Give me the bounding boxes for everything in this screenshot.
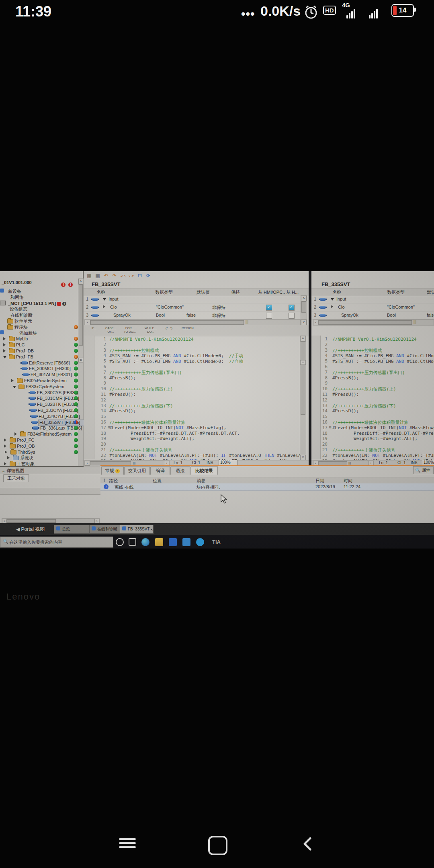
scroll-left-icon[interactable]: ‹ <box>313 320 319 325</box>
tree-item-fb_336laux-fb336-[interactable]: FB_336Laux [FB336] <box>0 425 83 431</box>
tia-taskbar-icon[interactable]: TIA <box>212 539 221 545</box>
tree-item--[interactable]: 设备组态 <box>0 306 83 312</box>
scroll-left-icon[interactable]: ‹ <box>85 461 90 466</box>
tree-item-proj_db[interactable]: ProJ_DB <box>0 348 83 354</box>
chevron-right-icon[interactable] <box>3 343 6 346</box>
store-icon[interactable] <box>169 538 177 546</box>
edge-icon[interactable] <box>141 538 149 546</box>
scroll-down-icon[interactable]: ˅ <box>300 455 306 461</box>
tree-item--[interactable]: 软件单元 <box>0 318 83 324</box>
task-button-0[interactable]: 总览 <box>54 525 91 534</box>
column-header-0[interactable]: 名称 <box>332 289 341 295</box>
chevron-right-icon[interactable] <box>3 349 6 352</box>
cortana-icon[interactable] <box>116 538 124 546</box>
hmi-h-checkbox[interactable] <box>289 305 295 311</box>
split-divider[interactable] <box>309 271 311 466</box>
chevron-right-icon[interactable] <box>331 305 333 308</box>
back-icon[interactable]: ⤺ <box>120 272 126 279</box>
tree-item-proj_ob[interactable]: ProJ_OB <box>0 443 83 449</box>
tree-item-fb_301alm-fb301-[interactable]: FB_301ALM [FB301] <box>0 372 83 378</box>
twitter-icon[interactable] <box>196 538 204 546</box>
tab-比较结果[interactable]: 比较结果 <box>190 466 218 475</box>
var-datatype[interactable]: "CioCommon" <box>156 305 184 309</box>
redo-icon[interactable]: ↷ <box>111 272 118 279</box>
file-explorer-icon[interactable] <box>155 538 163 546</box>
column-header-5[interactable]: 从 H... <box>286 289 299 295</box>
tree-item--[interactable]: 新设备 <box>0 289 83 295</box>
tree-item-_mct-cpu-1513-1-pn-[interactable]: _MCT [CPU 1513-1 PN]? <box>0 301 83 307</box>
chevron-down-icon[interactable] <box>13 386 16 388</box>
chevron-right-icon[interactable] <box>4 462 6 465</box>
scroll-left-icon[interactable]: ‹ <box>2 519 7 523</box>
insert-row-icon[interactable]: ▦ <box>86 272 92 279</box>
tree-item-fb_333cya-fb333-[interactable]: FB_333CYA [FB333] <box>0 407 83 414</box>
tree-item-fb_331cmr-fb331-[interactable]: FB_331CMR [FB331] <box>0 395 83 401</box>
snippet--button[interactable]: (*...*) <box>166 327 172 330</box>
scroll-up-icon[interactable]: ˄ <box>78 279 83 285</box>
var-datatype[interactable]: "CioCommon" <box>387 305 415 309</box>
tab-technology-objects[interactable]: 工艺对象 <box>3 474 29 482</box>
mail-icon[interactable] <box>182 538 190 546</box>
interface-hscroll-right[interactable]: ‹ ||| <box>313 319 434 326</box>
compare-column-0[interactable]: ! <box>104 478 105 483</box>
tree-item-fb_300mct-fb300-[interactable]: FB_300MCT [FB300] <box>0 366 83 372</box>
tree-item-fb_335svt-fb335-[interactable]: FB_335SVT [FB335] <box>0 420 83 426</box>
tree-item--[interactable]: 程序块! <box>0 324 83 330</box>
column-header-0[interactable]: 名称 <box>96 289 105 295</box>
compare-row[interactable] <box>100 483 434 491</box>
undo-icon[interactable]: ↶ <box>103 272 109 279</box>
tree-item-thirdsys[interactable]: ThirdSys <box>0 449 83 455</box>
chevron-down-icon[interactable] <box>331 298 334 301</box>
scroll-up-icon[interactable]: ˄ <box>300 336 306 342</box>
snippet-region-button[interactable]: REGION <box>182 327 194 330</box>
tab-编译[interactable]: 编译 <box>150 466 170 475</box>
task-button-1[interactable]: 在线和诊断... <box>89 525 123 534</box>
code-editor-right[interactable]: 1//NMP罐FB Ver0.1-KimSou12020112423//++++… <box>311 336 434 461</box>
column-header-1[interactable]: 数据类型 <box>155 289 173 295</box>
column-header-2[interactable]: 默认值 <box>197 289 210 295</box>
scroll-right-icon[interactable]: › <box>94 519 99 523</box>
snippet-for-button[interactable]: FOR... TO DO... <box>124 327 136 334</box>
add-row-icon[interactable]: ▦ <box>94 272 101 279</box>
chevron-right-icon[interactable] <box>7 456 10 459</box>
compare-column-4[interactable]: 日期 <box>315 478 324 484</box>
code-vscroll-left[interactable]: ˄ ≡ ˅ <box>300 336 306 461</box>
var-default[interactable]: false <box>186 313 196 317</box>
tree-item--[interactable]: 系统块 <box>0 455 83 461</box>
tree-item-proj_fb[interactable]: ProJ_FB! <box>0 354 83 360</box>
column-header-4[interactable]: 从 HMI/OPC.. <box>258 289 285 295</box>
tree-item-plc[interactable]: PLC <box>0 342 83 348</box>
tree-item-mylib[interactable]: MyLib! <box>0 336 83 342</box>
chevron-right-icon[interactable] <box>11 379 14 382</box>
var-name[interactable]: Input <box>108 297 118 301</box>
compare-column-3[interactable]: 消息 <box>197 478 205 484</box>
tree-item-fb33xcyclesystem[interactable]: FB33xCycleSystem <box>0 384 83 390</box>
nav-home-button[interactable] <box>208 836 227 855</box>
chevron-down-icon[interactable] <box>103 298 106 301</box>
snippet-while-button[interactable]: WHILE... DO... <box>145 327 157 334</box>
compare-column-2[interactable]: 位置 <box>153 478 162 484</box>
var-name[interactable]: SprayOk <box>113 313 131 317</box>
tree-item-fb_334cyb-fb334-[interactable]: FB_334CYB [FB334] <box>0 414 83 420</box>
tree-item--[interactable]: 添加新块 <box>0 330 83 336</box>
zoom-select-left[interactable]: 100% <box>219 460 237 466</box>
code-editor-left[interactable]: 1//NMP罐FB Ver0.1-KimSou12020112423//++++… <box>84 336 300 461</box>
chevron-right-icon[interactable] <box>4 444 6 448</box>
tree-item-proj_fc[interactable]: ProJ_FC <box>0 437 83 443</box>
snippet-if-button[interactable]: IF... <box>92 327 96 330</box>
tree-item-fb34xfinishedsystem[interactable]: FB34xFinishedSystem <box>0 431 83 437</box>
scroll-down-icon[interactable]: ˅ <box>301 319 307 325</box>
splitter-icon[interactable]: ≡ <box>300 360 306 365</box>
compare-column-1[interactable]: 路径 <box>109 478 118 484</box>
fold-icon[interactable]: ⊟ <box>329 425 331 429</box>
var-name[interactable]: Cio <box>338 305 345 309</box>
var-datatype[interactable]: Bool <box>387 313 396 317</box>
var-name[interactable]: Input <box>336 297 346 301</box>
tab-常规[interactable]: 常规! <box>101 466 124 475</box>
scroll-up-icon[interactable]: ˄ <box>301 296 307 301</box>
interface-vscroll-left[interactable]: ˄ ˅ <box>301 295 307 326</box>
tree-item-fb_330cys-fb330-[interactable]: FB_330CYS [FB330] <box>0 390 83 396</box>
task-button-2[interactable]: FB_335SVT -... <box>120 525 154 534</box>
details-view-header[interactable]: ⌄ 详细视图 <box>2 468 24 474</box>
column-header-1[interactable]: 数据类型 <box>387 289 405 295</box>
